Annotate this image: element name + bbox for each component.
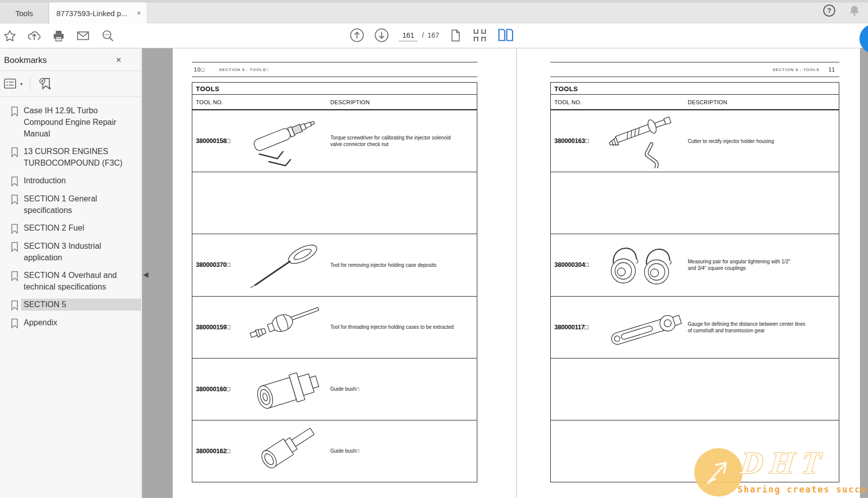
col-description: DESCRIPTION: [688, 99, 839, 109]
previous-page-icon[interactable]: [349, 28, 365, 43]
bookmark-options-icon[interactable]: [4, 78, 17, 90]
right-tools-table: TOOLS TOOL NO. DESCRIPTION 380000163□: [550, 82, 839, 482]
table-row: 380000370□ Tool for removing injector ho…: [192, 234, 477, 296]
tool-number: 380000159□: [192, 324, 239, 331]
bookmark-item-appendix[interactable]: Appendix: [0, 317, 141, 329]
panel-collapse-icon[interactable]: ◀: [143, 271, 149, 278]
header-rule: [550, 77, 839, 77]
bookmarks-panel-header: Bookmarks ×: [0, 48, 141, 70]
tool-illustration-torque-screwdriver: [239, 114, 330, 168]
email-icon[interactable]: [76, 29, 90, 43]
bookmark-item-section-1[interactable]: SECTION 1 General specifications: [0, 193, 141, 216]
tab-document-label: 87737593-Linked p...: [56, 9, 130, 18]
two-page-view-icon[interactable]: [497, 28, 514, 42]
add-bookmark-icon[interactable]: [38, 77, 52, 91]
left-page-header: 10□ SECTION 5 - TOOLS□: [194, 62, 476, 77]
table-row-empty: [551, 172, 839, 234]
bookmarks-title: Bookmarks: [4, 55, 47, 65]
bookmark-icon: [11, 147, 19, 158]
table-title: TOOLS: [551, 83, 839, 95]
table-row-empty: [192, 172, 477, 234]
bookmark-item-cursor-engines[interactable]: 13 CURSOR ENGINES TURBOCOMPOUND (F3C): [0, 146, 141, 169]
bookmark-label: SECTION 5: [21, 299, 141, 311]
left-page-number: 10□: [194, 66, 205, 73]
right-page-number: 11: [829, 66, 835, 73]
document-canvas: 10□ SECTION 5 - TOOLS□ TOOLS TOOL NO. DE…: [173, 48, 860, 498]
tool-number: 380000162□: [192, 448, 239, 455]
print-icon[interactable]: [52, 29, 65, 43]
panel-close-icon[interactable]: ×: [116, 54, 121, 65]
right-running-header: SECTION 5 - TOOLS: [772, 67, 819, 72]
table-title: TOOLS: [192, 83, 477, 95]
bookmark-item-section-5[interactable]: SECTION 5: [0, 299, 141, 311]
tool-description: Tool for removing injector holding case …: [330, 262, 477, 268]
tool-number: 380000304□: [551, 261, 597, 268]
page-separator: /: [422, 31, 424, 39]
bookmark-item-introduction[interactable]: Introduction: [0, 175, 141, 187]
table-row-empty: [551, 420, 839, 482]
search-icon[interactable]: [101, 29, 115, 43]
table-row: 380000160□ Guide bush: [192, 359, 477, 420]
table-row: 380000158□: [192, 110, 477, 172]
tool-illustration-threading-tool: [239, 300, 330, 354]
tool-number: 380000158□: [192, 137, 239, 145]
header-rule: [192, 77, 477, 77]
help-icon[interactable]: ?: [823, 4, 836, 17]
bookmark-icon: [11, 106, 19, 117]
share-upload-icon[interactable]: [27, 29, 41, 43]
bookmark-item-section-4[interactable]: SECTION 4 Overhaul and technical specifi…: [0, 269, 141, 293]
scrolling-mode-icon[interactable]: [472, 28, 488, 43]
bookmark-label: SECTION 1 General specifications: [24, 193, 138, 216]
tool-illustration-guide-bush-2: [239, 424, 330, 478]
tool-description: Cutter to rectify injector holder housin…: [688, 138, 839, 145]
table-row-empty: [551, 359, 839, 420]
table-row: 380000304□: [551, 234, 839, 296]
bookmark-label: Case IH 12.9L Turbo Compound Engine Repa…: [24, 105, 138, 139]
bookmark-icon: [11, 271, 19, 281]
next-page-icon[interactable]: [374, 28, 389, 43]
bookmarks-panel: Bookmarks × ▾ Case IH 12.9L Turbo Compou…: [0, 48, 141, 498]
tool-illustration-guide-bush: [239, 362, 330, 416]
bookmark-item-section-3[interactable]: SECTION 3 Industrial application: [0, 240, 141, 263]
tool-number: 380000160□: [192, 386, 239, 393]
tool-description: Torque screwdriver for calibrating the i…: [330, 134, 477, 148]
bookmark-icon: [11, 176, 19, 187]
table-row: 380000117□ Gauge for defining the di: [551, 297, 839, 359]
favorites-star-icon[interactable]: [3, 29, 17, 43]
bookmark-label: SECTION 4 Overhaul and technical specifi…: [24, 269, 138, 293]
tool-description: Guide bush□: [330, 448, 477, 454]
tool-illustration-measuring-pair: [597, 238, 688, 292]
chevron-down-icon[interactable]: ▾: [20, 81, 23, 87]
tab-close-icon[interactable]: ×: [135, 9, 142, 17]
bookmark-item-repair-manual[interactable]: Case IH 12.9L Turbo Compound Engine Repa…: [0, 105, 141, 139]
table-header-row: TOOL NO. DESCRIPTION: [551, 95, 839, 110]
tool-description: Gauge for defining the distance between …: [688, 321, 839, 334]
col-tool-no: TOOL NO.: [192, 99, 330, 109]
bookmark-label: SECTION 3 Industrial application: [24, 240, 138, 263]
tab-bar: Tools 87737593-Linked p... × ?: [0, 0, 868, 23]
table-header-row: TOOL NO. DESCRIPTION: [192, 95, 477, 110]
tool-illustration-distance-gauge: [597, 300, 688, 354]
tool-number: 380000117□: [551, 324, 597, 331]
single-page-icon[interactable]: [449, 29, 462, 42]
tab-tools[interactable]: Tools: [0, 3, 49, 24]
bookmark-item-section-2[interactable]: SECTION 2 Fuel: [0, 222, 141, 234]
notifications-bell-icon[interactable]: [848, 4, 861, 17]
tool-description: Measuring pair for angular tightening wi…: [688, 258, 839, 271]
bookmark-icon: [11, 224, 19, 234]
table-row: 380000162□ Guide bush□: [192, 420, 477, 482]
svg-text:?: ?: [827, 7, 832, 15]
acrobat-window: Tools 87737593-Linked p... × ?: [0, 0, 868, 498]
left-tools-table: TOOLS TOOL NO. DESCRIPTION 380000158□: [192, 82, 477, 482]
tab-document[interactable]: 87737593-Linked p... ×: [49, 3, 147, 24]
tool-description: Tool for threading injector holding case…: [330, 324, 477, 330]
page-number-input[interactable]: [399, 29, 418, 41]
tool-illustration-deposit-removal-tool: [239, 238, 330, 292]
col-description: DESCRIPTION: [330, 99, 477, 109]
tab-tools-label: Tools: [15, 9, 33, 18]
bookmarks-list: Case IH 12.9L Turbo Compound Engine Repa…: [0, 97, 141, 329]
document-scrollbar[interactable]: [860, 48, 868, 498]
bookmark-icon: [11, 242, 19, 252]
right-page-header: SECTION 5 - TOOLS 11: [550, 62, 837, 77]
tool-number: 380000163□: [551, 137, 597, 145]
